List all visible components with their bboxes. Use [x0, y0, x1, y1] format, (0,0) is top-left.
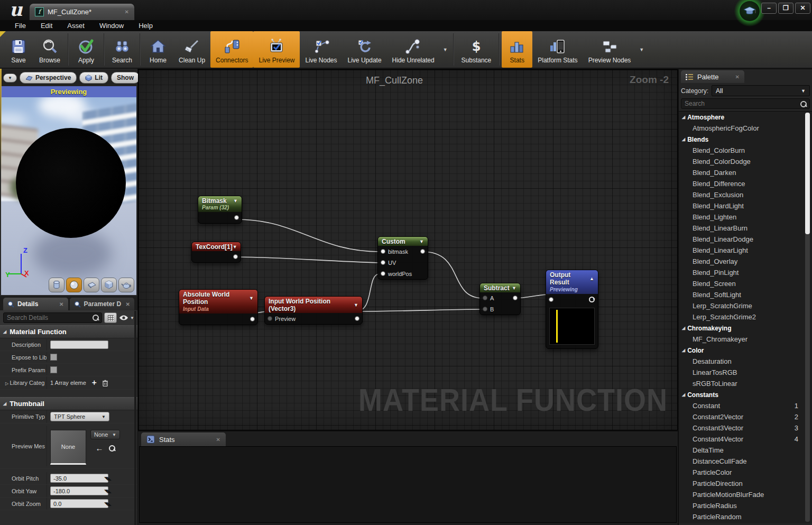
input-pin-worldpos[interactable]	[381, 271, 385, 276]
palette-item[interactable]: ParticleRandom	[679, 511, 812, 522]
close-button[interactable]: ✕	[795, 3, 810, 14]
output-pin[interactable]	[420, 249, 425, 254]
thumbnail-section-header[interactable]: ◢ Thumbnail	[0, 397, 137, 410]
close-icon[interactable]: ✕	[735, 74, 740, 80]
palette-item[interactable]: Atmosphere	[679, 112, 812, 123]
add-element-icon[interactable]: ＋	[90, 378, 98, 388]
palette-item[interactable]: Blend_LinearLight	[679, 245, 812, 256]
tab-parameter-defaults[interactable]: Parameter D ✕	[70, 298, 135, 310]
maximize-button[interactable]: ❐	[778, 3, 793, 14]
palette-scrollbar-track[interactable]	[805, 113, 810, 522]
details-scrollbar[interactable]	[134, 311, 136, 525]
palette-item[interactable]: Blend_HardLight	[679, 200, 812, 211]
palette-item[interactable]: sRGBToLinear	[679, 378, 812, 389]
palette-item[interactable]: Lerp_ScratchGrime	[679, 300, 812, 311]
preview-nodes-dropdown-icon[interactable]: ▼	[636, 47, 647, 52]
trash-icon[interactable]	[102, 380, 108, 386]
menu-item[interactable]: Asset	[60, 22, 92, 30]
input-pin-uv[interactable]	[381, 260, 385, 265]
substance-button[interactable]: $ Substance	[456, 31, 497, 68]
primitive-type-dropdown[interactable]: TPT Sphere▼	[50, 412, 109, 421]
collapse-icon[interactable]: ▲	[589, 276, 594, 281]
preview-state-icon[interactable]	[589, 297, 595, 302]
palette-item[interactable]: ParticleRadius	[679, 500, 812, 511]
node-bitmask[interactable]: Bitmask▼ Param (32)	[198, 196, 242, 224]
palette-item[interactable]: Constant2Vector2	[679, 411, 812, 422]
input-pin-preview[interactable]	[267, 316, 272, 321]
input-pin-result[interactable]	[549, 297, 553, 302]
tab-details[interactable]: Details ✕	[3, 298, 68, 310]
orbit-yaw-input[interactable]	[50, 486, 108, 495]
use-selected-icon[interactable]: ←	[96, 444, 104, 453]
value-drag-icon[interactable]: ◥◣	[104, 489, 112, 494]
close-icon[interactable]: ✕	[59, 301, 63, 307]
value-drag-icon[interactable]: ◥◣	[104, 501, 112, 506]
description-field[interactable]	[50, 340, 108, 349]
node-absolute-world-position[interactable]: Absolute World Position▼ Input Data	[179, 289, 258, 325]
browse-button[interactable]: Browse	[34, 31, 66, 68]
palette-item[interactable]: Blend_ColorDodge	[679, 156, 812, 167]
home-button[interactable]: Home	[143, 31, 173, 68]
apply-button[interactable]: Apply	[71, 31, 102, 68]
palette-scrollbar-thumb[interactable]	[805, 113, 810, 234]
output-pin[interactable]	[234, 215, 239, 220]
search-details-input[interactable]	[3, 312, 102, 323]
menu-item[interactable]: Window	[92, 22, 131, 30]
clean-up-button[interactable]: Clean Up	[173, 31, 210, 68]
preview-mesh-dropdown[interactable]: None▼	[90, 430, 120, 439]
save-button[interactable]: Save	[3, 31, 34, 68]
palette-item[interactable]: Blend_PinLight	[679, 267, 812, 278]
tutorial-button[interactable]	[740, 1, 760, 21]
asset-tab-mf-cullzone[interactable]: f MF_CullZone* ✕	[29, 3, 135, 20]
palette-item[interactable]: Blend_LinearBurn	[679, 223, 812, 234]
palette-item[interactable]: ParticleDirection	[679, 478, 812, 489]
palette-item[interactable]: Blend_ColorBurn	[679, 145, 812, 156]
palette-item[interactable]: Chromakeying	[679, 323, 812, 334]
material-function-section-header[interactable]: ◢ Material Function	[0, 325, 137, 338]
shape-teapot-button[interactable]	[118, 278, 134, 292]
perspective-button[interactable]: Perspective	[20, 72, 77, 84]
live-preview-button[interactable]: Live Preview	[253, 31, 300, 68]
browse-asset-icon[interactable]	[109, 445, 115, 452]
node-input-world-position[interactable]: Input World Position (Vector3)▼ Preview	[264, 296, 363, 325]
palette-item[interactable]: ParticleRelativeTime	[679, 522, 812, 523]
menu-item[interactable]: Help	[131, 22, 160, 30]
palette-item[interactable]: Blend_SoftLight	[679, 289, 812, 300]
close-icon[interactable]: ✕	[216, 437, 220, 443]
palette-item[interactable]: Constant3Vector3	[679, 422, 812, 434]
palette-item[interactable]: Blend_Screen	[679, 278, 812, 289]
palette-item[interactable]: Lerp_ScratchGrime2	[679, 311, 812, 323]
viewport-options-button[interactable]: ▼	[3, 73, 17, 82]
palette-item[interactable]: Blends	[679, 134, 812, 145]
shape-cube-button[interactable]	[101, 278, 117, 292]
palette-item[interactable]: Blend_Overlay	[679, 256, 812, 267]
input-pin-a[interactable]	[483, 296, 487, 300]
palette-item[interactable]: Blend_Difference	[679, 178, 812, 189]
lit-button[interactable]: Lit	[79, 72, 108, 84]
orbit-zoom-input[interactable]	[50, 499, 108, 508]
collapse-icon[interactable]: ▼	[249, 296, 254, 301]
palette-item[interactable]: Constants	[679, 389, 812, 400]
palette-item[interactable]: Color	[679, 345, 812, 356]
prefix-param-checkbox[interactable]	[50, 366, 57, 373]
collapse-icon[interactable]: ▼	[419, 239, 424, 244]
palette-item[interactable]: Constant1	[679, 400, 812, 411]
palette-item[interactable]: DistanceCullFade	[679, 456, 812, 467]
menu-item[interactable]: File	[7, 22, 33, 30]
palette-item[interactable]: AtmosphericFogColor	[679, 123, 812, 134]
node-texcoord[interactable]: TexCoord[1]▼	[191, 242, 241, 263]
tab-close-icon[interactable]: ✕	[125, 9, 129, 15]
value-drag-icon[interactable]: ◥◣	[104, 476, 112, 481]
preview-viewport-3d[interactable]: Z Y X	[1, 97, 136, 295]
hide-unrelated-button[interactable]: Hide Unrelated	[387, 31, 440, 68]
shape-cylinder-button[interactable]	[49, 278, 64, 292]
palette-item[interactable]: ParticleColor	[679, 467, 812, 478]
live-update-button[interactable]: Live Update	[343, 31, 387, 68]
search-button[interactable]: Search	[107, 31, 137, 68]
node-subtract[interactable]: Subtract▼ A B	[479, 283, 521, 315]
platform-stats-button[interactable]: Platform Stats	[532, 31, 583, 68]
palette-item[interactable]: Constant4Vector4	[679, 434, 812, 445]
node-output-result[interactable]: Output Result▲ Previewing	[546, 270, 598, 349]
palette-item[interactable]: ParticleMotionBlurFade	[679, 489, 812, 500]
input-pin-b[interactable]	[483, 307, 487, 311]
